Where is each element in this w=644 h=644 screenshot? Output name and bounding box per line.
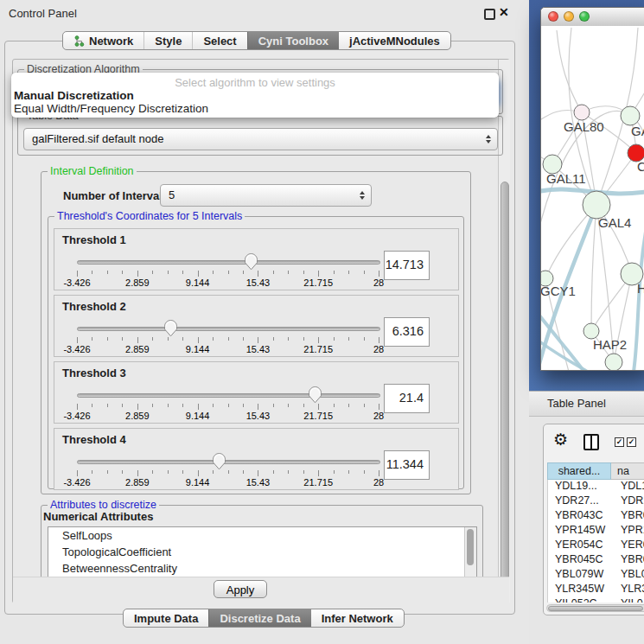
major-tick: [198, 271, 199, 277]
zoom-traffic-light-icon[interactable]: [579, 11, 590, 22]
tab-discretize-data[interactable]: Discretize Data: [208, 609, 310, 627]
svg-text:HAP2: HAP2: [593, 337, 627, 352]
minor-tick: [152, 470, 153, 474]
cell-shared-name[interactable]: YLR345W: [548, 583, 612, 597]
threshold-value-field[interactable]: 21.4: [384, 384, 430, 413]
table-row[interactable]: YIL052CYIL0: [548, 597, 644, 603]
slider-track[interactable]: [77, 260, 380, 265]
slider-track[interactable]: [77, 327, 380, 331]
close-traffic-light-icon[interactable]: [548, 11, 558, 22]
attributes-group-label: Attributes to discretize: [48, 499, 159, 511]
thresholds-group-label: Threshold's Coordinates for 5 Intervals: [54, 210, 245, 222]
minor-tick: [228, 337, 229, 341]
float-window-icon[interactable]: [484, 9, 495, 20]
minor-tick: [334, 404, 335, 407]
slider-thumb[interactable]: [244, 252, 258, 271]
cell-name[interactable]: YPR1: [612, 524, 644, 539]
close-icon[interactable]: ✕: [499, 5, 509, 19]
svg-text:GCY1: GCY1: [541, 284, 576, 298]
table-row[interactable]: YER054CYER0: [548, 539, 644, 553]
slider-track[interactable]: [77, 460, 380, 464]
checkbox-icon[interactable]: ✓: [615, 437, 624, 447]
minimize-traffic-light-icon[interactable]: [564, 11, 574, 22]
minor-tick: [273, 271, 274, 274]
cell-shared-name[interactable]: YIL052C: [548, 597, 612, 603]
threshold-panel-4: Threshold 4-3.4262.8599.14415.4321.71528…: [54, 428, 459, 490]
node-table: shared... na YDL19...YDL1YDR27...YDR2YBR…: [547, 462, 644, 603]
threshold-value-field[interactable]: 6.316: [384, 317, 430, 347]
tab-select[interactable]: Select: [192, 32, 246, 49]
cell-name[interactable]: YDL1: [612, 480, 644, 494]
checkbox-icon[interactable]: ✓: [627, 437, 636, 447]
tab-style[interactable]: Style: [143, 32, 192, 49]
cell-name[interactable]: YBR0: [612, 553, 644, 568]
tab-infer-network[interactable]: Infer Network: [311, 609, 404, 627]
svg-text:GA: GA: [631, 124, 644, 138]
cell-shared-name[interactable]: YBR045C: [548, 553, 612, 568]
tick-label: 2.859: [111, 277, 164, 288]
algorithm-popup: Select algorithm to view settings Manual…: [11, 73, 499, 118]
cell-name[interactable]: YER0: [612, 539, 644, 553]
minor-tick: [273, 404, 274, 407]
tab-cyni-toolbox[interactable]: Cyni Toolbox: [247, 32, 339, 49]
table-data-combobox[interactable]: galFiltered.sif default node: [23, 128, 498, 150]
network-canvas[interactable]: GAL80GACGAL11GAL4HGCY1HAP2: [541, 26, 644, 370]
table-row[interactable]: YDL19...YDL1: [548, 480, 644, 494]
scrollbar-thumb[interactable]: [548, 606, 643, 611]
network-window-titlebar[interactable]: [541, 8, 644, 27]
column-header-shared[interactable]: shared...: [547, 462, 611, 480]
number-of-intervals-label: Number of Intervals: [63, 189, 169, 202]
minor-tick: [228, 271, 229, 274]
number-of-intervals-combobox[interactable]: 5: [160, 184, 372, 207]
table-row[interactable]: YBR045CYBR0: [548, 553, 644, 568]
cell-name[interactable]: YLR3: [612, 583, 644, 597]
cell-shared-name[interactable]: YBR043C: [548, 509, 612, 524]
threshold-label: Threshold 4: [62, 433, 126, 446]
table-row[interactable]: YBL079WYBL0: [548, 568, 644, 583]
scrollbar-thumb[interactable]: [501, 182, 509, 596]
cell-name[interactable]: YBL0: [612, 568, 644, 583]
threshold-panel-3: Threshold 3-3.4262.8599.14415.4321.71528…: [54, 361, 459, 424]
threshold-value-field[interactable]: 11.344: [384, 450, 430, 480]
threshold-value-field[interactable]: 14.713: [384, 251, 430, 280]
table-row[interactable]: YPR145WYPR1: [548, 524, 644, 539]
attribute-item[interactable]: TopologicalCoefficient: [48, 544, 476, 560]
cell-shared-name[interactable]: YPR145W: [548, 524, 612, 539]
gear-icon[interactable]: ⚙: [553, 430, 568, 450]
slider-thumb[interactable]: [308, 386, 322, 404]
cell-shared-name[interactable]: YDR27...: [548, 494, 612, 509]
slider-track[interactable]: [77, 393, 380, 398]
cell-name[interactable]: YDR2: [612, 494, 644, 509]
scrollbar-thumb[interactable]: [467, 529, 474, 565]
cell-shared-name[interactable]: YBL079W: [548, 568, 612, 583]
tab-jactivemnodules[interactable]: jActiveMNodules: [339, 32, 450, 49]
minor-tick: [168, 271, 169, 274]
tab-network[interactable]: Network: [63, 32, 143, 49]
popup-item-equal-width-frequency[interactable]: Equal Width/Frequency Discretization: [14, 102, 208, 115]
table-row[interactable]: YBR043CYBR0: [548, 509, 644, 524]
minor-tick: [182, 404, 183, 407]
slider-thumb[interactable]: [212, 452, 226, 470]
cell-shared-name[interactable]: YER054C: [548, 539, 612, 553]
cell-name[interactable]: YIL0: [612, 597, 643, 603]
table-row[interactable]: YDR27...YDR2: [548, 494, 644, 509]
cell-name[interactable]: YBR0: [612, 509, 644, 524]
column-header-name[interactable]: na: [611, 462, 644, 480]
table-horizontal-scrollbar[interactable]: [546, 604, 644, 612]
split-pane-icon[interactable]: [583, 434, 599, 450]
attribute-item[interactable]: BetweennessCentrality: [48, 560, 476, 577]
minor-tick: [152, 404, 153, 407]
tick-label: 15.43: [231, 411, 284, 421]
network-view-window[interactable]: GAL80GACGAL11GAL4HGCY1HAP2: [540, 7, 644, 371]
minor-tick: [213, 470, 214, 474]
minor-tick: [168, 404, 169, 407]
major-tick: [258, 337, 258, 343]
attribute-item[interactable]: SelfLoops: [48, 527, 476, 544]
apply-button[interactable]: Apply: [214, 580, 267, 598]
tab-impute-data[interactable]: Impute Data: [124, 609, 208, 627]
minor-tick: [348, 271, 349, 274]
popup-item-manual-discretization[interactable]: Manual Discretization: [14, 89, 134, 102]
slider-thumb[interactable]: [163, 319, 178, 337]
cell-shared-name[interactable]: YDL19...: [548, 480, 612, 494]
table-row[interactable]: YLR345WYLR3: [548, 583, 644, 597]
